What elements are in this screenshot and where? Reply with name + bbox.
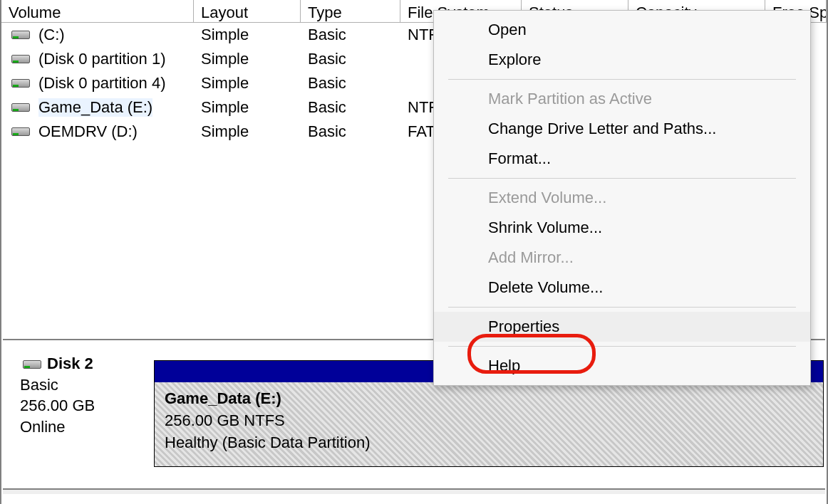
menu-item-mark-active: Mark Partition as Active xyxy=(434,84,810,114)
menu-item-open[interactable]: Open xyxy=(434,15,810,45)
disk-meta[interactable]: Disk 2 Basic 256.00 GB Online xyxy=(3,340,154,467)
volume-type: Basic xyxy=(301,26,400,44)
menu-item-explore[interactable]: Explore xyxy=(434,45,810,75)
context-menu: Open Explore Mark Partition as Active Ch… xyxy=(433,10,811,386)
disk-volume-size: 256.00 GB NTFS xyxy=(165,410,813,432)
volume-layout: Simple xyxy=(194,122,301,141)
menu-item-format[interactable]: Format... xyxy=(434,144,810,174)
volume-type: Basic xyxy=(301,50,400,68)
volume-layout: Simple xyxy=(194,98,301,117)
menu-item-add-mirror: Add Mirror... xyxy=(434,243,810,273)
pane-separator[interactable] xyxy=(3,488,825,494)
volume-name: Game_Data (E:) xyxy=(38,98,152,117)
volume-type: Basic xyxy=(301,98,400,117)
menu-item-properties[interactable]: Properties xyxy=(434,312,810,342)
disk-volume-name: Game_Data (E:) xyxy=(165,388,813,410)
volume-name: (Disk 0 partition 1) xyxy=(38,50,166,68)
disk-type: Basic xyxy=(20,374,147,396)
menu-item-help[interactable]: Help xyxy=(434,351,810,381)
column-header-type[interactable]: Type xyxy=(301,0,400,22)
disk-capacity: 256.00 GB xyxy=(20,395,147,416)
drive-icon xyxy=(11,55,30,63)
drive-icon xyxy=(11,103,30,112)
volume-layout: Simple xyxy=(194,26,301,44)
volume-name: (Disk 0 partition 4) xyxy=(38,74,166,93)
volume-name: OEMDRV (D:) xyxy=(38,122,138,141)
drive-icon xyxy=(11,79,30,88)
volume-type: Basic xyxy=(301,74,400,93)
disk-title: Disk 2 xyxy=(47,355,93,372)
drive-icon xyxy=(11,127,30,136)
menu-item-extend: Extend Volume... xyxy=(434,183,810,213)
volume-layout: Simple xyxy=(194,74,301,93)
menu-separator xyxy=(448,178,796,179)
volume-name: (C:) xyxy=(38,26,65,44)
volume-layout: Simple xyxy=(194,50,301,68)
menu-separator xyxy=(448,79,796,80)
menu-item-shrink[interactable]: Shrink Volume... xyxy=(434,213,810,243)
menu-separator xyxy=(448,346,796,347)
disk-management-window: Volume Layout Type File System Status Ca… xyxy=(0,0,828,504)
column-header-layout[interactable]: Layout xyxy=(194,0,301,22)
drive-icon xyxy=(11,31,30,39)
menu-item-change-letter[interactable]: Change Drive Letter and Paths... xyxy=(434,114,810,144)
disk-status: Online xyxy=(20,416,147,438)
menu-item-delete[interactable]: Delete Volume... xyxy=(434,273,810,303)
volume-type: Basic xyxy=(301,122,400,141)
column-header-volume[interactable]: Volume xyxy=(1,0,194,22)
menu-separator xyxy=(448,307,796,308)
disk-icon xyxy=(23,360,41,369)
disk-volume-status: Healthy (Basic Data Partition) xyxy=(165,432,813,454)
